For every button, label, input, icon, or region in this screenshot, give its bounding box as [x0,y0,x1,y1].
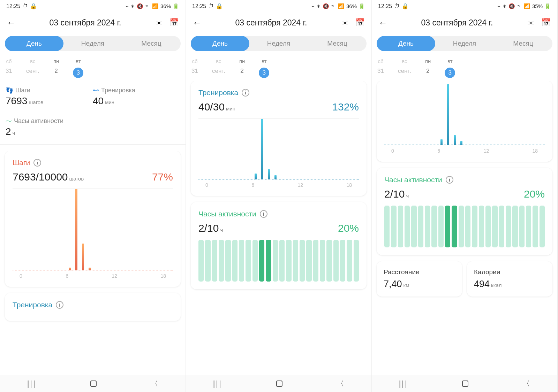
summary-grid: 👣Шаги 7693шагов ⊷Тренировка 40мин ⁓Часы … [0,81,186,143]
calories-card[interactable]: Калории 494ккал [467,261,552,297]
status-time: 12:25 [6,3,20,9]
bt-icon: ∗ [130,3,135,9]
summary-activity[interactable]: ⁓Часы активности 2ч [6,117,89,137]
tab-day[interactable]: День [377,36,435,51]
info-icon[interactable]: i [242,89,249,97]
day-tue[interactable]: вт3 [73,58,83,78]
nav-recent[interactable]: ||| [399,379,408,388]
page-title: 03 сентября 2024 г. [21,18,150,28]
vpn-icon: ⌁ [126,3,129,9]
lock-icon: 🔒 [216,3,223,9]
alarm-icon: ⏱ [208,3,214,9]
workout-card[interactable]: Тренировкаi 40/30мин 132% 061218 [191,81,367,196]
status-bar: 12:25⏱🔒 ⌁∗🔇ᯤ📶35%🔋 [372,0,557,12]
header: ← 03 сентября 2024 г. ⫘ 📅 [0,12,186,33]
day-selector: сб31 вссент. пн2 вт3 [0,54,186,81]
nav-recent[interactable]: ||| [213,379,222,388]
share-button[interactable]: ⫘ [153,16,164,29]
tab-week[interactable]: Неделя [63,36,122,51]
day-sat[interactable]: сб31 [6,58,12,78]
steps-card[interactable]: Шагиi 7693/10000шагов 77% 061218 [5,151,181,287]
summary-steps[interactable]: 👣Шаги 7693шагов [6,86,89,107]
nav-home[interactable] [90,381,97,387]
info-icon[interactable]: i [446,176,453,184]
lock-icon: 🔒 [30,3,37,9]
screen-2: 12:25⏱🔒 ⌁∗🔇ᯤ📶36%🔋 ←03 сентября 2024 г.⫘📅… [186,0,372,392]
screen-3: 12:25⏱🔒 ⌁∗🔇ᯤ📶35%🔋 ←03 сентября 2024 г.⫘📅… [372,0,558,392]
dumbbell-icon: ⊷ [93,86,99,94]
back-button[interactable]: ← [5,16,17,30]
summary-workout[interactable]: ⊷Тренировка 40мин [93,86,176,107]
info-icon[interactable]: i [56,301,63,309]
back-button[interactable]: ← [191,16,203,30]
day-sun[interactable]: вссент. [26,58,39,78]
activity-hours-chart [384,206,545,247]
activity-hours-chart [198,240,359,282]
steps-icon: 👣 [6,86,13,94]
back-button[interactable]: ← [377,16,389,30]
alarm-icon: ⏱ [22,3,28,9]
calendar-button[interactable]: 📅 [540,16,552,29]
status-bar: 12:25⏱🔒 ⌁∗🔇ᯤ📶36%🔋 [186,0,371,12]
workout-chart: 061218 [198,118,359,188]
battery-percent: 36% [160,3,171,9]
tab-week[interactable]: Неделя [249,36,308,51]
tab-month[interactable]: Месяц [494,36,552,51]
share-button[interactable]: ⫘ [525,16,536,29]
tab-day[interactable]: День [191,36,249,51]
mute-icon: 🔇 [137,3,143,9]
screen-1: 12:25 ⏱ 🔒 ⌁ ∗ 🔇 ᯤ 📶 36% 🔋 ← 03 сентября … [0,0,186,392]
steps-percent: 77% [152,171,173,183]
extra-stats: Расстояние 7,40км Калории 494ккал [377,261,552,297]
calendar-button[interactable]: 📅 [354,16,367,29]
content-scroll[interactable]: 061218 Часы активностиi 2/10ч 20% Рассто… [372,81,557,392]
workout-card-peek[interactable]: Тренировкаi [5,293,181,321]
nav-bar: ||| 〈 [0,375,186,392]
tab-week[interactable]: Неделя [435,36,494,51]
tab-day[interactable]: День [5,36,63,51]
calendar-button[interactable]: 📅 [168,16,181,29]
steps-chart: 061218 [13,189,173,279]
info-icon[interactable]: i [260,210,267,218]
tab-month[interactable]: Месяц [308,36,367,51]
status-bar: 12:25 ⏱ 🔒 ⌁ ∗ 🔇 ᯤ 📶 36% 🔋 [0,0,186,12]
info-icon[interactable]: i [33,159,41,167]
nav-back[interactable]: 〈 [522,378,530,389]
wifi-icon: ᯤ [145,3,150,9]
activity-card[interactable]: Часы активностиi 2/10ч 20% [377,168,552,255]
workout-chart: 061218 [384,84,545,154]
content-scroll[interactable]: Шагиi 7693/10000шагов 77% 061218 Трениро… [0,151,186,392]
activity-card[interactable]: Часы активностиi 2/10ч 20% [191,202,367,289]
pulse-icon: ⁓ [6,117,12,125]
share-button[interactable]: ⫘ [339,16,350,29]
card-title-text: Шаги [13,159,30,167]
day-mon[interactable]: пн2 [53,58,59,78]
nav-back[interactable]: 〈 [151,378,158,389]
nav-back[interactable]: 〈 [337,378,344,389]
workout-chart-card[interactable]: 061218 [377,81,552,162]
nav-recent[interactable]: ||| [27,379,36,388]
signal-icon: 📶 [152,3,159,9]
nav-home[interactable] [462,381,468,387]
battery-icon: 🔋 [173,3,179,9]
content-scroll[interactable]: Тренировкаi 40/30мин 132% 061218 Часы ак… [186,81,371,392]
card-title-text: Тренировка [13,301,52,309]
tab-month[interactable]: Месяц [122,36,181,51]
period-tabs: День Неделя Месяц [5,36,181,51]
nav-home[interactable] [276,381,282,387]
distance-card[interactable]: Расстояние 7,40км [377,261,462,297]
